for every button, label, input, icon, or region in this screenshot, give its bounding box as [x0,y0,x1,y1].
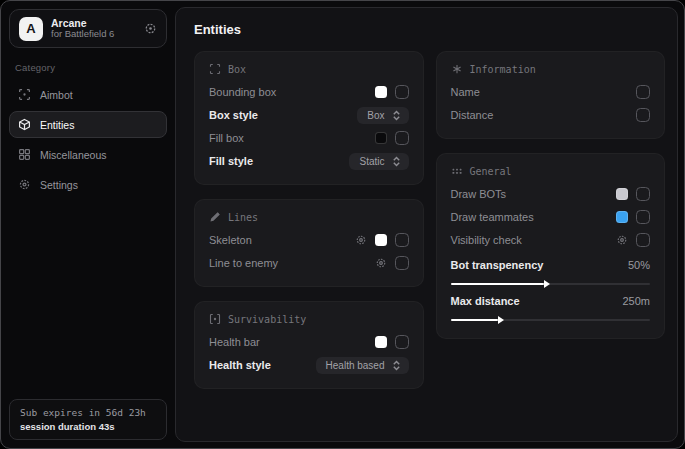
checkbox[interactable] [395,233,409,247]
setting-label: Health style [209,359,271,371]
setting-row-draw-bots: Draw BOTs [451,183,651,205]
checkbox[interactable] [636,233,650,247]
slider-fill [451,283,545,285]
page-title: Entities [194,22,665,37]
information-card-header: Information [451,63,651,75]
color-swatch[interactable] [616,188,628,200]
gear-icon[interactable] [355,234,367,246]
information-card: Information Name Distance [436,51,666,139]
color-swatch[interactable] [375,132,387,144]
box-style-dropdown[interactable]: Box [357,107,408,124]
left-column: Box Bounding box Box style Box [194,51,424,389]
general-card: General Draw BOTs Draw teammates [436,153,666,339]
health-icon [209,313,221,325]
checkbox[interactable] [636,85,650,99]
survivability-card: Survivability Health bar Health style He… [194,301,424,389]
sidebar-item-entities[interactable]: Entities [9,111,167,138]
checkbox[interactable] [395,85,409,99]
max-distance-slider[interactable] [451,319,651,321]
setting-label: Distance [451,109,494,121]
slider-fill [451,319,499,321]
bot-transparency-slider[interactable] [451,283,651,285]
app-meta: Arcane for Battlefield 6 [51,17,136,40]
box-card-header: Box [209,63,409,75]
checkbox[interactable] [395,256,409,270]
app-header-card: A Arcane for Battlefield 6 [9,9,167,48]
chevron-updown-icon [392,156,401,167]
lines-card-header: Lines [209,211,409,223]
setting-label: Health bar [209,336,260,348]
setting-label: Max distance [451,295,520,307]
dropdown-value: Health based [326,360,385,371]
gear-icon [18,178,31,191]
setting-row-draw-teammates: Draw teammates [451,206,651,228]
setting-row-box-style: Box style Box [209,104,409,126]
setting-row-skeleton: Skeleton [209,229,409,251]
session-duration-text: session duration 43s [20,421,156,432]
dropdown-value: Box [367,110,384,121]
dots-grid-icon [451,165,463,177]
lines-card: Lines Skeleton Line to enem [194,199,424,287]
slider-value: 50% [628,259,650,271]
gear-icon[interactable] [616,234,628,246]
main-panel: Entities Box Bounding box [175,7,678,442]
setting-row-bounding-box: Bounding box [209,81,409,103]
color-swatch[interactable] [616,211,628,223]
setting-row-health-bar: Health bar [209,331,409,353]
color-swatch[interactable] [375,234,387,246]
apps-grid-icon [18,148,31,161]
pencil-icon [209,211,221,223]
setting-label: Draw BOTs [451,188,507,200]
checkbox[interactable] [636,187,650,201]
setting-label: Name [451,86,480,98]
sidebar-item-label: Aimbot [40,89,73,101]
sidebar-item-label: Miscellaneous [40,149,107,161]
sidebar-item-label: Entities [40,119,74,131]
color-swatch[interactable] [375,336,387,348]
chevron-updown-icon [392,110,401,121]
checkbox[interactable] [636,210,650,224]
setting-row-distance: Distance [451,104,651,126]
setting-label: Fill box [209,132,244,144]
setting-label: Box style [209,109,258,121]
card-title: Information [470,64,536,75]
checkbox[interactable] [395,335,409,349]
checkbox[interactable] [636,108,650,122]
sidebar-item-miscellaneous[interactable]: Miscellaneous [9,141,167,168]
setting-row-fill-style: Fill style Static [209,150,409,172]
general-card-header: General [451,165,651,177]
card-title: Survivability [228,314,306,325]
card-title: General [470,166,512,177]
setting-label: Draw teammates [451,211,534,223]
chevron-updown-icon [392,360,401,371]
setting-label: Fill style [209,155,253,167]
setting-label: Visibility check [451,234,522,246]
survivability-card-header: Survivability [209,313,409,325]
category-label: Category [15,62,167,73]
setting-label: Skeleton [209,234,252,246]
app-subtitle: for Battlefield 6 [51,29,136,40]
bot-transparency-group: Bot transpenency 50% [451,254,651,285]
setting-row-fill-box: Fill box [209,127,409,149]
right-column: Information Name Distance [436,51,666,389]
setting-row-line-to-enemy: Line to enemy [209,252,409,274]
setting-label: Bot transpenency [451,259,544,271]
app-logo: A [19,17,43,41]
sidebar-item-aimbot[interactable]: Aimbot [9,81,167,108]
checkbox[interactable] [395,131,409,145]
health-style-dropdown[interactable]: Health based [316,357,409,374]
setting-row-name: Name [451,81,651,103]
box-card: Box Bounding box Box style Box [194,51,424,185]
setting-row-health-style: Health style Health based [209,354,409,376]
gear-icon[interactable] [375,257,387,269]
app-window: A Arcane for Battlefield 6 Category Aimb… [0,0,685,449]
sidebar: A Arcane for Battlefield 6 Category Aimb… [1,1,175,448]
entities-icon [18,118,31,131]
sub-expires-text: Sub expires in 56d 23h [20,407,156,418]
setting-row-visibility-check: Visibility check [451,229,651,251]
sidebar-item-settings[interactable]: Settings [9,171,167,198]
sync-icon[interactable] [144,22,157,35]
fill-style-dropdown[interactable]: Static [349,153,408,170]
subscription-card: Sub expires in 56d 23h session duration … [9,399,167,440]
color-swatch[interactable] [375,86,387,98]
